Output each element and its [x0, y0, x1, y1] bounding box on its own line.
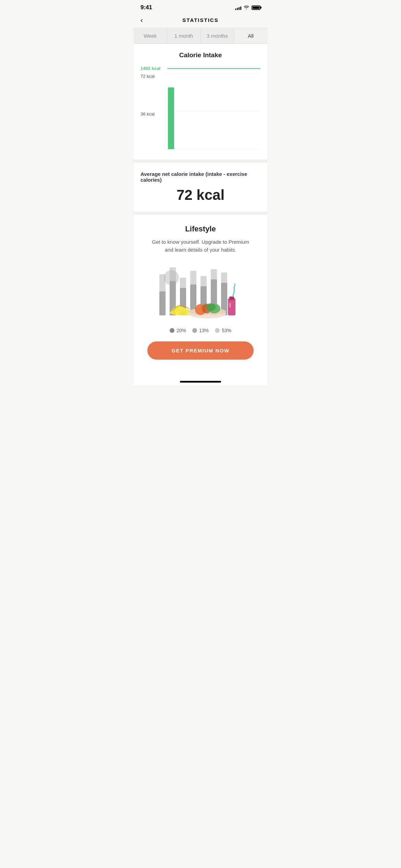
status-time: 9:41: [141, 4, 152, 11]
chart-y-label-mid: 36 kcal: [141, 111, 165, 117]
back-button[interactable]: ‹: [141, 16, 143, 24]
chart-area: 1402 kcal 72 kcal 36 kcal: [134, 62, 267, 159]
svg-rect-22: [228, 298, 235, 315]
lifestyle-title: Lifestyle: [141, 225, 260, 233]
wifi-icon: [243, 5, 250, 11]
home-indicator: [134, 377, 267, 385]
chart-wrapper: 72 kcal 36 kcal: [141, 74, 260, 153]
section-separator-2: [134, 212, 267, 215]
legend-dot-3: [215, 328, 220, 333]
lifestyle-chart: [141, 261, 260, 322]
chart-y-axis: 72 kcal 36 kcal: [141, 74, 165, 153]
chart-goal-separator: [167, 68, 260, 69]
chart-goal-label: 1402 kcal: [141, 66, 165, 71]
lifestyle-illustration: [153, 261, 248, 322]
premium-button[interactable]: GET PREMIUM NOW: [147, 341, 254, 360]
legend-dot-2: [192, 328, 197, 333]
status-icons: [235, 5, 260, 11]
legend-value-3: 53%: [222, 328, 231, 333]
calorie-intake-title: Calorie Intake: [134, 44, 267, 62]
legend-dot-1: [170, 328, 174, 333]
section-separator-1: [134, 159, 267, 163]
lifestyle-section: Lifestyle Get to know yourself. Upgrade …: [134, 215, 267, 377]
svg-point-14: [164, 270, 179, 285]
chart-goal-line: 1402 kcal: [141, 66, 260, 71]
chart-grid: [165, 74, 260, 149]
svg-point-21: [206, 303, 216, 311]
tab-3months[interactable]: 3 months: [201, 28, 234, 44]
average-value: 72 kcal: [141, 187, 260, 203]
page-title: STATISTICS: [182, 17, 218, 23]
status-bar: 9:41: [134, 0, 267, 14]
header: ‹ STATISTICS: [134, 14, 267, 28]
legend-value-1: 20%: [177, 328, 186, 333]
legend-item-2: 13%: [192, 328, 209, 333]
tab-all[interactable]: All: [234, 28, 267, 44]
tab-bar: Week 1 month 3 months All: [134, 28, 267, 44]
tab-week[interactable]: Week: [134, 28, 167, 44]
legend-item-3: 53%: [215, 328, 231, 333]
tab-month[interactable]: 1 month: [167, 28, 201, 44]
home-bar: [180, 381, 221, 383]
lifestyle-description: Get to know yourself. Upgrade to Premium…: [141, 238, 260, 254]
legend-item-1: 20%: [170, 328, 186, 333]
svg-rect-1: [159, 291, 166, 315]
calorie-intake-section: Calorie Intake 1402 kcal 72 kcal 36 kcal: [134, 44, 267, 159]
svg-rect-23: [229, 297, 234, 300]
legend-value-2: 13%: [199, 328, 209, 333]
signal-icon: [235, 5, 241, 10]
svg-point-24: [229, 302, 231, 308]
battery-icon: [252, 5, 260, 10]
average-label: Average net calorie intake (intake - exe…: [141, 171, 260, 183]
chart-bar-1: [168, 87, 174, 149]
chart-bars-area: [165, 74, 260, 153]
lifestyle-legend: 20% 13% 53%: [141, 328, 260, 333]
average-section: Average net calorie intake (intake - exe…: [134, 163, 267, 212]
chart-y-label-top: 72 kcal: [141, 74, 165, 79]
